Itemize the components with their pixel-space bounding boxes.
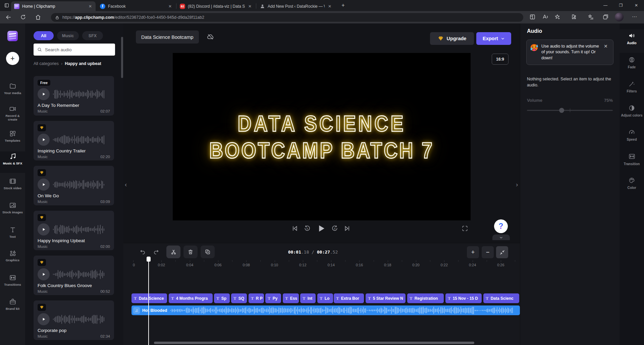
tool-speed[interactable]: Speed xyxy=(620,126,644,149)
tool-filters[interactable]: Filters xyxy=(620,78,644,101)
audio-card[interactable]: On We GoMusic03:09 xyxy=(34,166,114,205)
collapse-left-panel-icon[interactable]: ‹ xyxy=(125,181,127,188)
text-clip[interactable]: TExtra Bor xyxy=(334,293,364,303)
search-audio-box[interactable] xyxy=(34,44,115,56)
home-icon[interactable] xyxy=(35,14,42,21)
text-clip[interactable]: T15 Nov - 15 D xyxy=(445,293,482,303)
sidebar-item-brand-kit[interactable]: Brand kit xyxy=(0,297,25,318)
text-clip[interactable]: TInt xyxy=(300,293,316,303)
play-preview-button[interactable] xyxy=(38,134,50,146)
minimize-button[interactable]: — xyxy=(598,0,613,11)
playhead-knob[interactable] xyxy=(147,257,151,262)
text-clip[interactable]: TSp xyxy=(214,293,230,303)
panel-scrollbar[interactable] xyxy=(121,37,123,78)
export-button[interactable]: Export xyxy=(476,32,511,45)
read-aloud-icon[interactable] xyxy=(542,14,549,20)
tab-close-icon[interactable]: ✕ xyxy=(88,4,93,9)
sidebar-item-templates[interactable]: Templates xyxy=(0,129,25,150)
rewind-5s-icon[interactable]: 5 xyxy=(304,225,311,232)
tab-discord[interactable]: 82 (82) Discord | #data-viz | Data Sc ✕ xyxy=(177,1,255,11)
sidebar-item-stock-video[interactable]: Stock video xyxy=(0,176,25,198)
redo-icon[interactable] xyxy=(150,246,162,258)
text-clip[interactable]: TLo xyxy=(317,293,333,303)
tab-all[interactable]: All xyxy=(34,31,54,40)
text-clip[interactable]: TPy xyxy=(265,293,281,303)
search-input[interactable] xyxy=(45,47,112,52)
zoom-to-fit-button[interactable] xyxy=(496,246,508,258)
upgrade-button[interactable]: Upgrade xyxy=(430,32,474,45)
tab-sfx[interactable]: SFX xyxy=(82,31,103,40)
tool-transition[interactable]: Transition xyxy=(620,150,644,174)
sidebar-item-record-create[interactable]: Record & create xyxy=(0,104,25,129)
play-preview-button[interactable] xyxy=(38,313,50,325)
delete-icon[interactable] xyxy=(183,246,198,258)
timeline-ruler[interactable]: 00:020:040:060:080:100:120:140:160:180:2… xyxy=(123,260,520,270)
text-clip[interactable]: TRegistration xyxy=(407,293,444,303)
text-clip[interactable]: T5 Star Review N xyxy=(366,293,406,303)
sidebar-item-your-media[interactable]: Your media xyxy=(0,81,25,102)
tab-close-icon[interactable]: ✕ xyxy=(327,4,332,9)
collapse-timeline-tab[interactable] xyxy=(492,234,510,240)
duplicate-icon[interactable] xyxy=(201,246,215,258)
help-button[interactable]: ? xyxy=(494,219,508,233)
back-icon[interactable] xyxy=(5,14,12,21)
play-preview-button[interactable] xyxy=(38,88,50,100)
tab-actions-icon[interactable] xyxy=(4,3,9,8)
text-clip[interactable]: TEss xyxy=(283,293,299,303)
refresh-icon[interactable] xyxy=(20,14,27,21)
collapse-right-panel-icon[interactable]: › xyxy=(516,181,518,188)
add-media-button[interactable]: + xyxy=(6,52,19,65)
zoom-out-button[interactable]: − xyxy=(482,246,494,258)
forward-5s-icon[interactable]: 5 xyxy=(331,225,338,232)
tab-datarockie[interactable]: Add New Post ‹ DataRockie — W ✕ xyxy=(257,1,335,11)
play-preview-button[interactable] xyxy=(38,179,50,191)
audio-card[interactable]: Folk Country Blues GrooveMusic00:52 xyxy=(34,256,114,295)
sidebar-item-text[interactable]: Text xyxy=(0,225,25,246)
audio-card[interactable]: Corporate popMusic02:34 xyxy=(34,300,114,340)
tab-music[interactable]: Music xyxy=(57,31,79,40)
audio-card[interactable]: Happy Inspiring UpbeatMusic02:00 xyxy=(34,211,114,250)
tab-clipchamp[interactable]: Home | Clipchamp ✕ xyxy=(11,1,96,11)
timeline-scrollbar[interactable] xyxy=(154,342,474,344)
favorites-bar-icon[interactable] xyxy=(588,14,594,20)
split-scissors-icon[interactable] xyxy=(166,246,180,258)
sidebar-item-graphics[interactable]: Graphics xyxy=(0,248,25,270)
settings-menu-icon[interactable]: ⋯ xyxy=(632,14,639,20)
tool-fade[interactable]: Fade xyxy=(620,54,644,77)
play-preview-button[interactable] xyxy=(38,268,50,280)
slider-thumb[interactable] xyxy=(559,108,564,113)
sidebar-item-music-sfx[interactable]: Music & SFX xyxy=(0,151,25,173)
volume-slider[interactable] xyxy=(527,108,613,113)
text-clip[interactable]: TData Scienc xyxy=(483,293,519,303)
breadcrumb-root[interactable]: All categories xyxy=(34,61,59,66)
text-clip[interactable]: T4 Months Progra xyxy=(169,293,213,303)
profile-avatar[interactable] xyxy=(615,13,624,21)
extensions-icon[interactable] xyxy=(570,14,577,20)
tab-facebook[interactable]: f Facebook ✕ xyxy=(97,1,175,11)
zoom-in-button[interactable]: + xyxy=(467,246,479,258)
project-title[interactable]: Data Science Bootcamp xyxy=(136,30,199,44)
text-clip[interactable]: TR P xyxy=(249,293,264,303)
sidebar-item-stock-images[interactable]: Stock images xyxy=(0,200,25,222)
text-clip[interactable]: TSQ xyxy=(231,293,247,303)
add-favorite-icon[interactable] xyxy=(554,14,561,20)
play-preview-button[interactable] xyxy=(38,223,50,235)
skip-to-end-icon[interactable] xyxy=(343,225,351,232)
video-preview-canvas[interactable]: DATA SCIENCE BOOTCAMP BATCH 7 xyxy=(173,53,471,220)
tab-close-icon[interactable]: ✕ xyxy=(168,4,172,9)
audio-card[interactable]: FreeA Day To RememberMusic02:07 xyxy=(34,76,114,116)
tab-close-icon[interactable]: ✕ xyxy=(248,4,252,9)
tool-audio[interactable]: Audio xyxy=(620,29,644,53)
address-bar[interactable]: https://app.clipchamp.com/editor/523672d… xyxy=(51,13,523,22)
playhead[interactable] xyxy=(147,257,151,345)
close-tip-icon[interactable]: ✕ xyxy=(604,44,608,61)
new-tab-button[interactable]: + xyxy=(339,2,347,9)
split-screen-icon[interactable] xyxy=(529,14,536,20)
tool-color[interactable]: Color xyxy=(620,174,644,198)
clipchamp-logo[interactable] xyxy=(7,31,18,41)
tool-adjust-colors[interactable]: Adjust colors xyxy=(620,102,644,125)
skip-to-start-icon[interactable] xyxy=(291,225,299,232)
collections-icon[interactable] xyxy=(602,14,609,20)
play-icon[interactable] xyxy=(316,223,326,233)
aspect-ratio-badge[interactable]: 16:9 xyxy=(492,54,508,65)
